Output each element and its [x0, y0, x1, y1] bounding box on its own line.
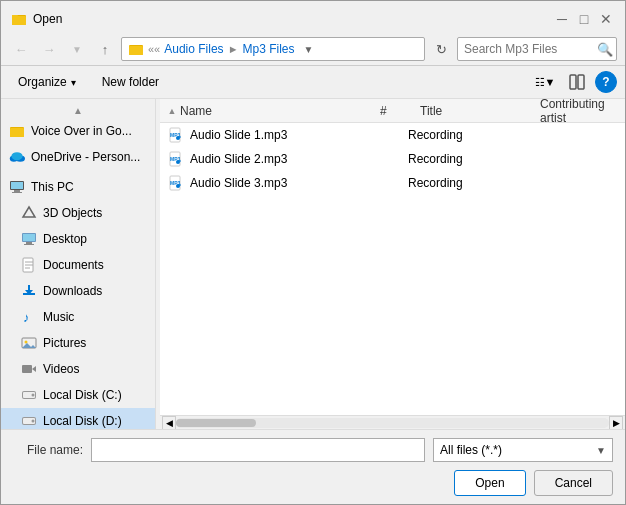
search-input[interactable]: [457, 37, 617, 61]
maximize-button[interactable]: □: [575, 10, 593, 28]
onedrive-icon: [9, 149, 25, 165]
filetype-arrow: ▼: [596, 445, 606, 456]
documents-icon: [21, 257, 37, 273]
sidebar-item-pictures[interactable]: Pictures: [1, 330, 155, 356]
3dobjects-icon: [21, 205, 37, 221]
col-header-title[interactable]: Title: [416, 104, 536, 118]
sidebar-item-videos[interactable]: Videos: [1, 356, 155, 382]
svg-point-11: [11, 152, 22, 160]
pane-icon: [569, 74, 585, 90]
open-dialog: Open ─ □ ✕ ← → ▼ ↑ «« Audio Files ► Mp3 …: [0, 0, 626, 505]
svg-rect-20: [24, 244, 34, 245]
up-button[interactable]: ↑: [93, 37, 117, 61]
svg-marker-31: [22, 343, 36, 348]
svg-rect-14: [14, 190, 20, 192]
svg-rect-2: [12, 16, 26, 25]
organize-arrow: ▾: [71, 77, 76, 88]
col-header-contrib[interactable]: Contributing artist: [536, 99, 617, 125]
address-dropdown-button[interactable]: ▼: [299, 37, 319, 61]
new-folder-button[interactable]: New folder: [93, 69, 168, 95]
title-bar-left: Open: [11, 11, 62, 27]
sidebar-item-onedrive[interactable]: OneDrive - Person...: [1, 144, 155, 170]
disk-d-label: Local Disk (D:): [43, 414, 122, 428]
3dobjects-label: 3D Objects: [43, 206, 102, 220]
filename-input[interactable]: [91, 438, 425, 462]
search-icon-button[interactable]: 🔍: [597, 42, 613, 57]
filetype-dropdown[interactable]: All files (*.*) ▼: [433, 438, 613, 462]
desktop-icon: [21, 231, 37, 247]
downloads-label: Downloads: [43, 284, 102, 298]
svg-rect-8: [10, 128, 24, 137]
downloads-icon: [21, 283, 37, 299]
sidebar-item-3dobjects[interactable]: 3D Objects: [1, 200, 155, 226]
pc-icon: [9, 179, 25, 195]
svg-rect-18: [23, 234, 35, 241]
new-folder-label: New folder: [102, 75, 159, 89]
file-title-cell: Recording: [408, 176, 528, 190]
disk-c-label: Local Disk (C:): [43, 388, 122, 402]
scroll-thumb[interactable]: [176, 419, 256, 427]
help-button[interactable]: ?: [595, 71, 617, 93]
table-row[interactable]: MP3 Audio Slide 2.mp3 Recording: [160, 147, 625, 171]
svg-rect-13: [11, 182, 23, 189]
file-name-cell: MP3 Audio Slide 3.mp3: [168, 175, 368, 191]
documents-label: Documents: [43, 258, 104, 272]
svg-point-47: [176, 136, 180, 140]
cancel-button[interactable]: Cancel: [534, 470, 613, 496]
refresh-button[interactable]: ↻: [429, 37, 453, 61]
col-header-num[interactable]: #: [376, 104, 416, 118]
horizontal-scrollbar[interactable]: ◀ ▶: [160, 415, 625, 429]
sidebar-item-local-c[interactable]: Local Disk (C:): [1, 382, 155, 408]
music-icon: ♪: [21, 309, 37, 325]
open-button[interactable]: Open: [454, 470, 525, 496]
pictures-label: Pictures: [43, 336, 86, 350]
table-row[interactable]: MP3 Audio Slide 3.mp3 Recording: [160, 171, 625, 195]
videos-icon: [21, 361, 37, 377]
mp3-icon: MP3: [168, 151, 184, 167]
svg-point-36: [32, 394, 35, 397]
sidebar-item-documents[interactable]: Documents: [1, 252, 155, 278]
sidebar-item-downloads[interactable]: Downloads: [1, 278, 155, 304]
onedrive-label: OneDrive - Person...: [31, 150, 140, 164]
svg-point-55: [176, 184, 180, 188]
view-toggle-button[interactable]: ☷▼: [531, 69, 559, 95]
pictures-icon: [21, 335, 37, 351]
videos-label: Videos: [43, 362, 79, 376]
pane-toggle-button[interactable]: [563, 69, 591, 95]
dialog-title: Open: [33, 12, 62, 26]
minimize-button[interactable]: ─: [553, 10, 571, 28]
svg-rect-6: [578, 75, 584, 89]
scroll-right-button[interactable]: ▶: [609, 416, 623, 430]
svg-point-30: [25, 341, 28, 344]
back-button[interactable]: ←: [9, 37, 33, 61]
sidebar-item-thispc[interactable]: This PC: [1, 174, 155, 200]
table-row[interactable]: MP3 Audio Slide 1.mp3 Recording: [160, 123, 625, 147]
sort-arrow-area: ▲: [168, 106, 176, 116]
recent-button[interactable]: ▼: [65, 37, 89, 61]
breadcrumb-audio-files[interactable]: Audio Files: [164, 42, 223, 56]
breadcrumb-mp3-files[interactable]: Mp3 Files: [243, 42, 295, 56]
forward-button[interactable]: →: [37, 37, 61, 61]
filename-label: File name:: [13, 443, 83, 457]
sidebar-item-music[interactable]: ♪ Music: [1, 304, 155, 330]
sidebar-item-local-d[interactable]: Local Disk (D:): [1, 408, 155, 429]
address-folder-icon: [128, 41, 144, 57]
scroll-left-button[interactable]: ◀: [162, 416, 176, 430]
mp3-icon: MP3: [168, 127, 184, 143]
file-list-header: ▲ Name # Title Contributing artist: [160, 99, 625, 123]
organize-button[interactable]: Organize ▾: [9, 69, 85, 95]
sidebar-item-voiceover[interactable]: Voice Over in Go...: [1, 118, 155, 144]
svg-rect-15: [12, 192, 22, 193]
svg-marker-16: [23, 207, 35, 217]
sidebar-item-desktop[interactable]: Desktop: [1, 226, 155, 252]
svg-marker-33: [32, 366, 36, 372]
close-button[interactable]: ✕: [597, 10, 615, 28]
sidebar: ▲ Voice Over in Go... OneDrive - Person.…: [1, 99, 156, 429]
main-content: ▲ Voice Over in Go... OneDrive - Person.…: [1, 99, 625, 429]
col-header-name[interactable]: Name: [176, 104, 376, 118]
disk-c-icon: [21, 387, 37, 403]
voiceover-label: Voice Over in Go...: [31, 124, 132, 138]
address-bar: ← → ▼ ↑ «« Audio Files ► Mp3 Files ▼ ↻ 🔍: [1, 33, 625, 66]
toolbar: Organize ▾ New folder ☷▼ ?: [1, 66, 625, 99]
address-path[interactable]: «« Audio Files ► Mp3 Files ▼: [121, 37, 425, 61]
